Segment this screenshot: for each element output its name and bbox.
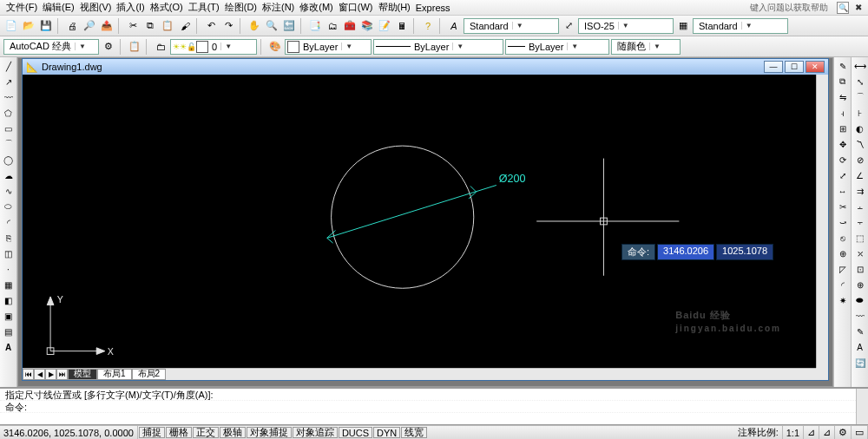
nav-first-icon[interactable]: ⏮ <box>23 369 34 380</box>
menu-format[interactable]: 格式(O) <box>148 0 186 15</box>
search-icon[interactable]: 🔍 <box>837 2 849 14</box>
close-button[interactable]: ✕ <box>806 61 825 73</box>
dimdia-icon[interactable]: ⊘ <box>853 153 867 167</box>
toggle-dyn[interactable]: DYN <box>373 427 400 438</box>
dimcont-icon[interactable]: ⫟ <box>853 215 867 229</box>
dynamic-input[interactable]: 命令: 3146.0206 1025.1078 <box>621 244 773 260</box>
chamfer-icon[interactable]: ◸ <box>836 262 850 276</box>
annovisibility-icon[interactable]: ⊿ <box>804 426 819 439</box>
dimbreak-icon[interactable]: ⤫ <box>853 246 867 260</box>
centermark-icon[interactable]: ⊕ <box>853 278 867 292</box>
extend-icon[interactable]: ⤻ <box>836 215 850 229</box>
scrollbar-v[interactable] <box>816 75 828 368</box>
menu-insert[interactable]: 插入(I) <box>114 0 147 15</box>
tab-layout1[interactable]: 布局1 <box>97 369 132 380</box>
undo-icon[interactable]: ↶ <box>203 18 219 34</box>
tablestyle-dropdown[interactable]: Standard▼ <box>693 18 788 34</box>
mtext-icon[interactable]: A <box>2 340 16 354</box>
region-icon[interactable]: ▣ <box>2 309 16 323</box>
toggle-ortho[interactable]: 正交 <box>193 427 219 438</box>
copy-icon[interactable]: ⧉ <box>142 18 158 34</box>
hatch-icon[interactable]: ▦ <box>2 278 16 292</box>
arc-icon[interactable]: ⌒ <box>2 137 16 151</box>
zoom-icon[interactable]: 🔍 <box>264 18 279 34</box>
cmd-prompt[interactable]: 命令: <box>0 401 868 413</box>
toggle-snap[interactable]: 捕捉 <box>139 427 165 438</box>
tab-model[interactable]: 模型 <box>68 369 97 380</box>
plotstyle-dropdown[interactable]: 随颜色▼ <box>611 39 681 55</box>
pan-icon[interactable]: ✋ <box>247 18 262 34</box>
menu-window[interactable]: 窗口(W) <box>336 0 376 15</box>
copyobj-icon[interactable]: ⧉ <box>836 75 850 88</box>
dimupdate-icon[interactable]: 🔄 <box>853 356 867 370</box>
layer-dropdown[interactable]: ☀☀🔓 0▼ <box>170 39 257 55</box>
menu-modify[interactable]: 修改(M) <box>297 0 336 15</box>
menu-draw[interactable]: 绘图(D) <box>222 0 260 15</box>
dimarc-icon[interactable]: ⌒ <box>853 90 867 104</box>
dimtedit-icon[interactable]: A <box>853 340 867 354</box>
mirror-icon[interactable]: ⇋ <box>836 90 850 104</box>
ellipse-icon[interactable]: ⬭ <box>2 200 16 213</box>
dimali-icon[interactable]: ⤡ <box>853 75 867 88</box>
revcloud-icon[interactable]: ☁ <box>2 168 16 182</box>
dimord-icon[interactable]: ⊦ <box>853 106 867 120</box>
nav-last-icon[interactable]: ⏭ <box>56 369 68 380</box>
dimedit-icon[interactable]: ✎ <box>853 324 867 338</box>
annoautoscale-icon[interactable]: ⊿ <box>819 426 835 439</box>
drawing-titlebar[interactable]: 📐 Drawing1.dwg — ☐ ✕ <box>23 59 828 75</box>
stretch-icon[interactable]: ↔ <box>836 184 850 198</box>
matchprop-icon[interactable]: 🖌 <box>177 18 193 34</box>
rotate-icon[interactable]: ⟳ <box>836 153 850 167</box>
dim-text[interactable]: Ø200 <box>499 173 526 185</box>
polygon-icon[interactable]: ⬠ <box>2 106 16 120</box>
calc-icon[interactable]: 🖩 <box>394 18 410 34</box>
minimize-button[interactable]: — <box>764 61 783 73</box>
annoscale-value[interactable]: 1:1 <box>783 426 804 439</box>
dimstyle-icon[interactable]: ⤢ <box>561 18 576 34</box>
toggle-otrack[interactable]: 对象追踪 <box>293 427 338 438</box>
save-icon[interactable]: 💾 <box>38 18 54 34</box>
help-close-icon[interactable]: ✖ <box>852 2 865 14</box>
menu-view[interactable]: 视图(V) <box>77 0 115 15</box>
circle-icon[interactable]: ◯ <box>2 153 16 167</box>
dimlin-icon[interactable]: ⟷ <box>853 59 867 73</box>
dimjog-icon[interactable]: 〽 <box>853 137 867 151</box>
textstyle-icon[interactable]: A <box>446 18 462 34</box>
menu-express[interactable]: Express <box>413 2 453 14</box>
menu-dimension[interactable]: 标注(N) <box>260 0 297 15</box>
maximize-button[interactable]: ☐ <box>785 61 804 73</box>
point-icon[interactable]: · <box>2 262 16 276</box>
qdim-icon[interactable]: ⇉ <box>853 184 867 198</box>
tab-layout2[interactable]: 布局2 <box>132 369 167 380</box>
status-misc-icon[interactable]: ⚙ <box>835 426 852 439</box>
toggle-lwt[interactable]: 线宽 <box>401 427 427 438</box>
dyn-x-field[interactable]: 3146.0206 <box>657 244 714 260</box>
markups-icon[interactable]: 📝 <box>377 18 392 34</box>
workspace-settings-icon[interactable]: ⚙ <box>101 39 116 55</box>
zoomprev-icon[interactable]: 🔙 <box>281 18 297 34</box>
dimjogline-icon[interactable]: 〰 <box>853 309 867 323</box>
redo-icon[interactable]: ↷ <box>220 18 236 34</box>
rect-icon[interactable]: ▭ <box>2 121 16 135</box>
print-icon[interactable]: 🖨 <box>64 18 80 34</box>
layer-manager-icon[interactable]: 📋 <box>127 39 142 55</box>
diminspect-icon[interactable]: ⬬ <box>853 293 867 307</box>
designcenter-icon[interactable]: 🗂 <box>325 18 340 34</box>
help-icon[interactable]: ? <box>420 18 436 34</box>
join-icon[interactable]: ⊕ <box>836 246 850 260</box>
nav-prev-icon[interactable]: ◀ <box>34 369 45 380</box>
open-icon[interactable]: 📂 <box>21 18 36 34</box>
new-icon[interactable]: 📄 <box>3 18 19 34</box>
tablestyle-icon[interactable]: ▦ <box>675 18 691 34</box>
dimbase-icon[interactable]: ⫠ <box>853 200 867 213</box>
cut-icon[interactable]: ✂ <box>125 18 141 34</box>
line-icon[interactable]: ╱ <box>2 59 16 73</box>
offset-icon[interactable]: ⫞ <box>836 106 850 120</box>
workspace-dropdown[interactable]: AutoCAD 经典▼ <box>3 39 99 55</box>
drawing-canvas[interactable]: Ø200 Y X <box>23 75 816 368</box>
nav-next-icon[interactable]: ▶ <box>45 369 56 380</box>
properties-icon[interactable]: 📑 <box>307 18 323 34</box>
model-viewport[interactable]: Ø200 Y X 命令: 3146.0206 1025.1078 Baidu 经… <box>23 75 816 368</box>
xline-icon[interactable]: ↗ <box>2 75 16 88</box>
toggle-osnap[interactable]: 对象捕捉 <box>247 427 292 438</box>
